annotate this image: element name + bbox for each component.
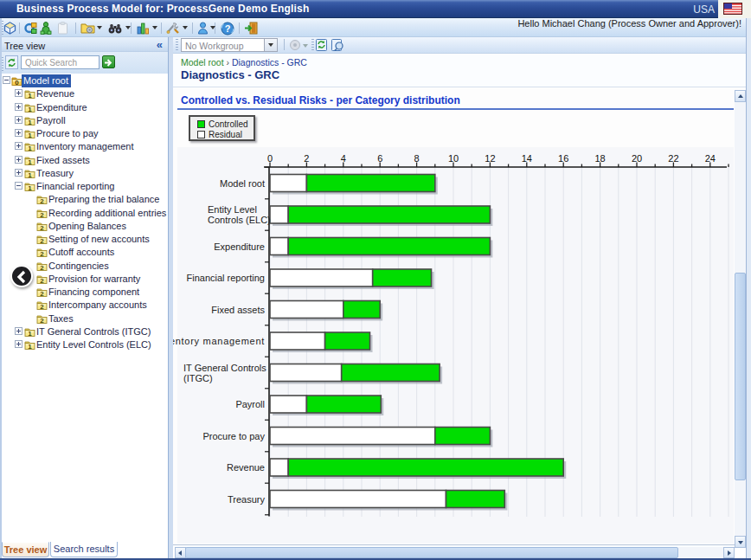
- svg-text:10: 10: [448, 153, 459, 164]
- svg-text:Payroll: Payroll: [235, 399, 265, 409]
- svg-text:1: 1: [28, 119, 32, 126]
- svg-text:Controls (ELC): Controls (ELC): [208, 215, 271, 225]
- svg-text:2: 2: [40, 290, 44, 298]
- svg-text:1: 1: [28, 330, 32, 338]
- svg-text:entory management: entory management: [173, 336, 265, 346]
- svg-text:1: 1: [28, 92, 32, 100]
- svg-text:2: 2: [40, 303, 44, 311]
- svg-text:1: 1: [28, 132, 32, 139]
- svg-text:22: 22: [668, 153, 678, 164]
- svg-text:2: 2: [40, 237, 44, 245]
- svg-text:8: 8: [414, 153, 420, 164]
- svg-text:1: 1: [28, 184, 32, 192]
- svg-text:Model root: Model root: [220, 178, 265, 189]
- svg-text:1: 1: [28, 105, 32, 113]
- svg-text:1: 1: [28, 158, 32, 165]
- svg-text:2: 2: [40, 250, 44, 258]
- svg-text:2: 2: [40, 210, 44, 218]
- svg-text:24: 24: [705, 153, 716, 164]
- svg-text:20: 20: [632, 153, 642, 164]
- svg-text:2: 2: [304, 153, 309, 164]
- svg-text:Fixed assets: Fixed assets: [211, 305, 265, 315]
- svg-text:14: 14: [522, 153, 532, 164]
- svg-text:2: 2: [40, 197, 44, 205]
- svg-text:1: 1: [28, 145, 32, 152]
- svg-text:18: 18: [594, 153, 605, 164]
- svg-text:2: 2: [40, 277, 44, 285]
- svg-text:1: 1: [28, 171, 32, 179]
- svg-text:2: 2: [40, 316, 44, 324]
- svg-text:Revenue: Revenue: [227, 462, 265, 473]
- svg-text:Procure to pay: Procure to pay: [202, 431, 265, 441]
- svg-text:?: ?: [225, 23, 231, 34]
- svg-text:IT General Controls: IT General Controls: [183, 363, 266, 373]
- svg-text:16: 16: [558, 153, 568, 164]
- svg-text:2: 2: [40, 263, 44, 271]
- svg-text:Expenditure: Expenditure: [214, 241, 265, 252]
- svg-text:0: 0: [15, 79, 19, 87]
- svg-text:6: 6: [377, 153, 382, 164]
- svg-text:Entity Level: Entity Level: [208, 204, 257, 215]
- svg-text:2: 2: [40, 224, 44, 232]
- svg-text:0: 0: [267, 153, 273, 164]
- svg-text:4: 4: [341, 153, 346, 164]
- svg-text:12: 12: [485, 153, 495, 164]
- svg-text:Treasury: Treasury: [228, 494, 265, 505]
- svg-text:Financial reporting: Financial reporting: [187, 273, 266, 283]
- svg-text:(ITGC): (ITGC): [183, 373, 213, 383]
- svg-text:1: 1: [28, 343, 32, 351]
